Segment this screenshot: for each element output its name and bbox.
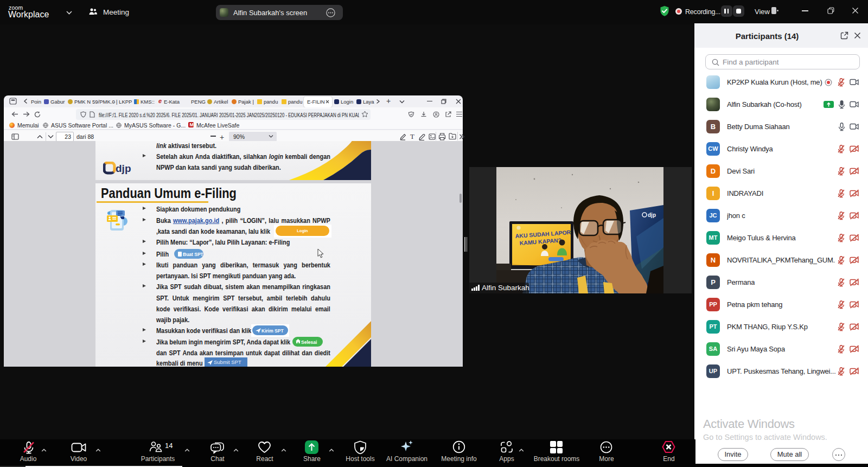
svg-text:djp: djp — [648, 212, 656, 218]
svg-text:djp: djp — [116, 163, 131, 174]
